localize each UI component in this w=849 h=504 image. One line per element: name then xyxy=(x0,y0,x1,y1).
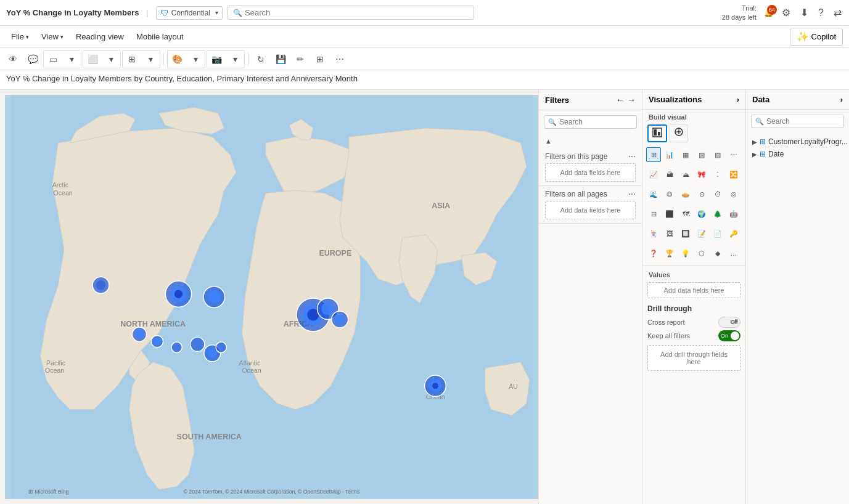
viz-icon-grid-row2: 📈 🏔 ⛰ 🎀 ⁚ 🔀 xyxy=(642,165,745,184)
viz-donut-icon[interactable]: ⊙ xyxy=(694,187,709,201)
viz-combo-icon[interactable]: 🔀 xyxy=(726,167,741,182)
viz-area-icon[interactable]: 🏔 xyxy=(662,167,677,182)
viz-map-icon[interactable]: 🗺 xyxy=(678,206,693,221)
svg-point-29 xyxy=(216,342,226,352)
viz-matrix-icon[interactable]: ⊟ xyxy=(646,206,661,221)
viz-more-icon[interactable]: … xyxy=(726,246,741,261)
share-icon[interactable]: ⇄ xyxy=(832,6,843,20)
filters-header: Filters ← → xyxy=(539,90,642,110)
download-icon[interactable]: ⬇ xyxy=(799,6,810,20)
viz-filled-map-icon[interactable]: 🌍 xyxy=(694,206,709,221)
filters-collapse-arrow[interactable]: ▲ xyxy=(541,135,556,147)
drill-through-drop-zone[interactable]: Add drill through fields here xyxy=(647,345,740,371)
viz-ribbon-icon[interactable]: 🎀 xyxy=(694,167,709,182)
format-visual-tab[interactable] xyxy=(670,124,688,142)
svg-text:Ocean: Ocean xyxy=(54,189,73,197)
viz-table-icon[interactable]: ⊞ xyxy=(646,147,661,162)
viz-radial-icon[interactable]: ◎ xyxy=(726,187,741,201)
data-panel: Data › 🔍 ▶ ⊞ CustomerLoyaltyProgr... ▶ ⊞… xyxy=(745,90,849,504)
save-button[interactable]: 💾 xyxy=(271,51,290,68)
viz-pie-icon[interactable]: 🥧 xyxy=(678,187,693,201)
data-search-input[interactable] xyxy=(766,117,840,126)
cross-report-label: Cross report xyxy=(647,319,685,326)
viz-line-icon[interactable]: 📈 xyxy=(646,167,661,182)
copilot-button[interactable]: ✨ Copilot xyxy=(790,28,843,46)
build-visual-tab[interactable] xyxy=(647,124,667,142)
confidential-badge[interactable]: 🛡 Confidential ▾ xyxy=(156,6,223,20)
settings-icon[interactable]: ⚙ xyxy=(781,6,792,20)
refresh-button[interactable]: ↻ xyxy=(252,51,270,68)
notification-button[interactable]: 🔔 64 xyxy=(764,9,773,17)
filter-section-more[interactable]: ⋯ xyxy=(628,152,636,161)
map-container[interactable]: NORTH AMERICA AFRICA EUROPE ASIA SOUTH A… xyxy=(5,95,538,499)
viz-custom4-icon[interactable]: ◆ xyxy=(710,246,725,261)
drill-through-label: Drill through xyxy=(647,304,740,313)
view-menu[interactable]: View ▾ xyxy=(36,30,68,44)
filters-on-this-page-drop[interactable]: Add data fields here xyxy=(545,163,636,182)
viz-custom2-icon[interactable]: 💡 xyxy=(678,246,693,261)
viz-stacked-area-icon[interactable]: ⛰ xyxy=(678,167,693,182)
viz-decomp-icon[interactable]: 🌲 xyxy=(710,206,725,221)
viz-treemap-icon[interactable]: ⬛ xyxy=(662,206,677,221)
viz-values-drop-zone[interactable]: Add data fields here xyxy=(647,282,740,298)
viz-custom1-icon[interactable]: 🏆 xyxy=(662,246,677,261)
filters-search-input[interactable] xyxy=(559,118,633,126)
filters-on-all-pages-drop[interactable]: Add data fields here xyxy=(545,201,636,219)
svg-point-28 xyxy=(208,349,217,358)
mobile-layout-menu[interactable]: Mobile layout xyxy=(131,30,189,44)
data-search-bar[interactable]: 🔍 xyxy=(751,115,844,128)
insert-button[interactable]: 📷 xyxy=(207,51,226,68)
binoculars-button[interactable]: 👁 xyxy=(4,51,22,68)
viz-ai-icon[interactable]: 🤖 xyxy=(726,206,741,221)
viz-scatter-icon[interactable]: ⁚ xyxy=(710,167,725,182)
help-icon[interactable]: ? xyxy=(817,6,825,20)
comment-button[interactable]: 💬 xyxy=(23,51,42,68)
text-box-caret[interactable]: ▾ xyxy=(62,51,81,68)
svg-point-20 xyxy=(208,290,221,303)
filters-on-this-page-header: Filters on this page ⋯ xyxy=(545,152,636,161)
viz-key-influencer-icon[interactable]: 🔑 xyxy=(726,226,741,241)
shape-caret[interactable]: ▾ xyxy=(102,51,120,68)
insert-caret[interactable]: ▾ xyxy=(226,51,244,68)
viz-gauge-icon[interactable]: ⏱ xyxy=(710,187,725,201)
viz-more-bar-icon[interactable]: ⋯ xyxy=(726,147,741,162)
viz-paginated-icon[interactable]: 📄 xyxy=(710,226,725,241)
more-button[interactable]: ⋯ xyxy=(330,51,349,68)
viz-stacked-bar-icon[interactable]: ▦ xyxy=(678,147,693,162)
viz-expand-icon[interactable]: › xyxy=(737,95,739,104)
grid-button[interactable]: ⊞ xyxy=(311,51,329,68)
eraser-button[interactable]: ✏ xyxy=(291,51,310,68)
file-menu[interactable]: File ▾ xyxy=(6,30,34,44)
data-tree-item-date[interactable]: ▶ ⊞ Date xyxy=(750,148,845,160)
viz-card-icon[interactable]: 🃏 xyxy=(646,226,661,241)
filters-search-bar[interactable]: 🔍 xyxy=(544,115,637,129)
viz-custom3-icon[interactable]: ⬡ xyxy=(694,246,709,261)
cross-report-toggle[interactable]: Off xyxy=(718,317,740,328)
viz-slicer-icon[interactable]: 🔲 xyxy=(678,226,693,241)
viz-clustered-bar-icon[interactable]: ▧ xyxy=(694,147,709,162)
reading-view-menu[interactable]: Reading view xyxy=(71,30,129,44)
viz-icon-grid-row3: 🌊 ⏣ 🥧 ⊙ ⏱ ◎ xyxy=(642,184,745,204)
data-expand-icon[interactable]: › xyxy=(840,95,843,104)
shape-button[interactable]: ⬜ xyxy=(83,51,102,68)
viz-bar-icon[interactable]: 📊 xyxy=(662,147,677,162)
global-search-bar[interactable]: 🔍 xyxy=(228,6,474,20)
viz-100pct-bar-icon[interactable]: ▨ xyxy=(710,147,725,162)
viz-waterfall-icon[interactable]: 🌊 xyxy=(646,187,661,201)
filter-nav-left[interactable]: ← xyxy=(616,95,625,105)
button-button[interactable]: ⊞ xyxy=(123,51,141,68)
shield-icon: 🛡 xyxy=(160,8,169,18)
viz-funnel-icon[interactable]: ⏣ xyxy=(662,187,677,201)
global-search-input[interactable] xyxy=(245,8,469,17)
button-caret[interactable]: ▾ xyxy=(141,51,160,68)
format-caret[interactable]: ▾ xyxy=(186,51,205,68)
text-box-button[interactable]: ▭ xyxy=(44,51,62,68)
viz-qanda-icon[interactable]: ❓ xyxy=(646,246,661,261)
viz-image-icon[interactable]: 🖼 xyxy=(662,226,677,241)
data-tree-item-customer[interactable]: ▶ ⊞ CustomerLoyaltyProgr... xyxy=(750,136,845,148)
keep-all-filters-toggle[interactable]: On xyxy=(718,330,740,341)
filter-nav-right[interactable]: → xyxy=(627,95,636,105)
format-button[interactable]: 🎨 xyxy=(168,51,186,68)
filter-all-pages-more[interactable]: ⋯ xyxy=(628,190,636,198)
viz-smart-narr-icon[interactable]: 📝 xyxy=(694,226,709,241)
